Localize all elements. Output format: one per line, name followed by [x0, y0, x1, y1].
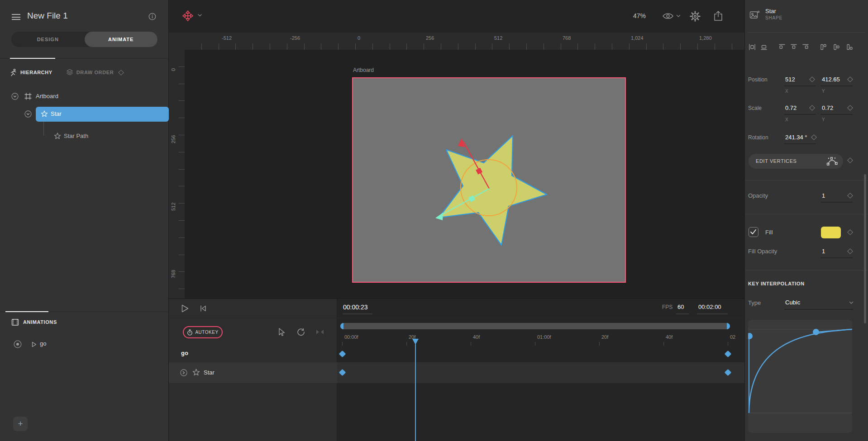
fit-view-icon[interactable]: [316, 329, 324, 335]
range-end-handle[interactable]: [727, 323, 730, 329]
scale-y-input[interactable]: 0.72: [822, 104, 833, 111]
tree-row-star-path[interactable]: Star Path: [0, 130, 169, 142]
expand-chevron-icon[interactable]: [24, 110, 32, 118]
track-row-star[interactable]: Star: [169, 362, 337, 383]
align-left-bottom-icon[interactable]: [846, 43, 853, 51]
position-y-input[interactable]: 412.65: [822, 76, 840, 83]
select-cursor-icon[interactable]: [277, 327, 286, 337]
align-top-center-icon[interactable]: [790, 43, 797, 51]
animation-radio[interactable]: [14, 340, 22, 348]
go-to-start-button[interactable]: [200, 305, 207, 312]
autokey-toggle[interactable]: AUTOKEY: [183, 326, 223, 338]
keyframe-diamond[interactable]: [339, 351, 346, 358]
align-top-right-icon[interactable]: [802, 43, 809, 51]
vertices-keyframe-toggle[interactable]: [847, 157, 853, 163]
align-vertical-center-icon[interactable]: [760, 43, 768, 51]
tab-draw-order[interactable]: DRAW ORDER: [76, 70, 114, 75]
settings-gear-icon[interactable]: [690, 11, 701, 22]
keyframe-diamond[interactable]: [725, 351, 732, 358]
panel-scrollbar[interactable]: [864, 174, 866, 323]
expand-chevron-icon[interactable]: [180, 369, 187, 376]
timeline-range-scrollbar[interactable]: [340, 323, 730, 329]
visibility-dropdown-chevron-icon[interactable]: [676, 14, 681, 18]
panel-resize-handle[interactable]: [10, 58, 55, 59]
ruler-label: 0: [171, 68, 176, 71]
position-x-input[interactable]: 512: [785, 76, 795, 83]
scale-x-keyframe-toggle[interactable]: [809, 105, 815, 111]
opacity-input[interactable]: 1: [822, 192, 825, 199]
keyframe-diamond[interactable]: [725, 369, 732, 376]
panel-resize-handle[interactable]: [5, 311, 48, 312]
track-row-animation[interactable]: go: [169, 344, 337, 362]
star-shape[interactable]: [439, 136, 547, 245]
fill-color-swatch[interactable]: [821, 227, 841, 238]
fill-checkbox[interactable]: [749, 227, 758, 237]
info-icon[interactable]: [148, 13, 156, 20]
play-animation-icon[interactable]: [32, 341, 37, 347]
play-button[interactable]: [181, 304, 189, 313]
control-point-out[interactable]: [813, 329, 819, 335]
tab-animate[interactable]: ANIMATE: [85, 32, 158, 47]
track-keys-row-animation[interactable]: [337, 346, 744, 362]
animation-list-item[interactable]: go: [0, 338, 169, 350]
align-left-top-icon[interactable]: [820, 43, 827, 51]
tab-hierarchy[interactable]: HIERARCHY: [20, 70, 52, 75]
tool-dropdown-chevron-icon[interactable]: [197, 14, 202, 17]
expand-chevron-icon[interactable]: [11, 93, 19, 100]
fill-opacity-keyframe-toggle[interactable]: [847, 248, 853, 254]
select-chevron-icon[interactable]: [849, 301, 854, 304]
keyframe-diamond[interactable]: [339, 369, 346, 376]
timeline-frame-ruler[interactable]: 00:00f 20f 40f 01:00f 20f 40f 02: [337, 331, 744, 346]
playhead-marker[interactable]: [412, 339, 419, 345]
fill-keyframe-toggle[interactable]: [847, 229, 853, 235]
current-time-display[interactable]: 00:00:23: [343, 303, 368, 311]
zoom-level[interactable]: 47%: [633, 12, 646, 19]
canvas-viewport[interactable]: Artboard: [185, 50, 744, 299]
edit-vertices-button[interactable]: EDIT VERTICES: [749, 154, 843, 169]
interpolation-type-select[interactable]: Cubic: [785, 299, 800, 306]
duration-value[interactable]: 00:02:00: [698, 303, 721, 310]
fill-opacity-input[interactable]: 1: [822, 248, 825, 255]
align-left-center-icon[interactable]: [833, 43, 840, 51]
tab-design[interactable]: DESIGN: [11, 32, 85, 47]
position-x-keyframe-toggle[interactable]: [809, 76, 815, 82]
row-divider: [337, 318, 744, 318]
artboard-title[interactable]: Artboard: [353, 67, 374, 73]
artboard[interactable]: [352, 77, 626, 283]
bezier-curve[interactable]: [749, 329, 852, 413]
align-top-left-icon[interactable]: [778, 43, 786, 51]
interpolation-curve-editor[interactable]: [748, 320, 852, 433]
translate-tool-button[interactable]: [182, 10, 194, 22]
scale-x-input[interactable]: 0.72: [785, 104, 796, 111]
tree-row-artboard[interactable]: Artboard: [0, 90, 169, 102]
check-icon: [751, 230, 756, 234]
playhead-line[interactable]: [415, 344, 416, 441]
loop-icon[interactable]: [296, 327, 305, 337]
rotation-input[interactable]: 241.34 °: [785, 134, 807, 141]
tree-label: Star: [51, 110, 62, 117]
autokey-label: AUTOKEY: [195, 330, 218, 335]
track-keys-row-star[interactable]: [337, 362, 744, 383]
duration-underline: [697, 313, 728, 314]
artboard-icon: [24, 93, 32, 100]
add-animation-button[interactable]: +: [13, 417, 28, 431]
scale-y-keyframe-toggle[interactable]: [847, 105, 853, 111]
opacity-keyframe-toggle[interactable]: [847, 193, 853, 199]
control-handle-out[interactable]: [816, 329, 852, 332]
visibility-eye-icon[interactable]: [662, 12, 674, 20]
rotation-keyframe-toggle[interactable]: [811, 134, 817, 140]
align-horizontal-center-icon[interactable]: [749, 43, 756, 51]
hamburger-menu-button[interactable]: [12, 14, 20, 20]
input-underline: [784, 114, 816, 115]
draw-order-keyframe-diamond[interactable]: [118, 70, 124, 76]
ruler-label: -256: [290, 35, 300, 41]
position-y-keyframe-toggle[interactable]: [847, 76, 853, 82]
frame-tick: [728, 342, 728, 346]
fps-value[interactable]: 60: [677, 303, 684, 310]
tree-row-star[interactable]: Star: [0, 107, 169, 122]
range-start-handle[interactable]: [340, 323, 343, 329]
star-shape-and-gizmos[interactable]: [353, 78, 625, 282]
export-share-icon[interactable]: [713, 10, 723, 21]
selected-row-highlight[interactable]: Star: [36, 107, 169, 122]
control-point-in[interactable]: [748, 333, 753, 339]
